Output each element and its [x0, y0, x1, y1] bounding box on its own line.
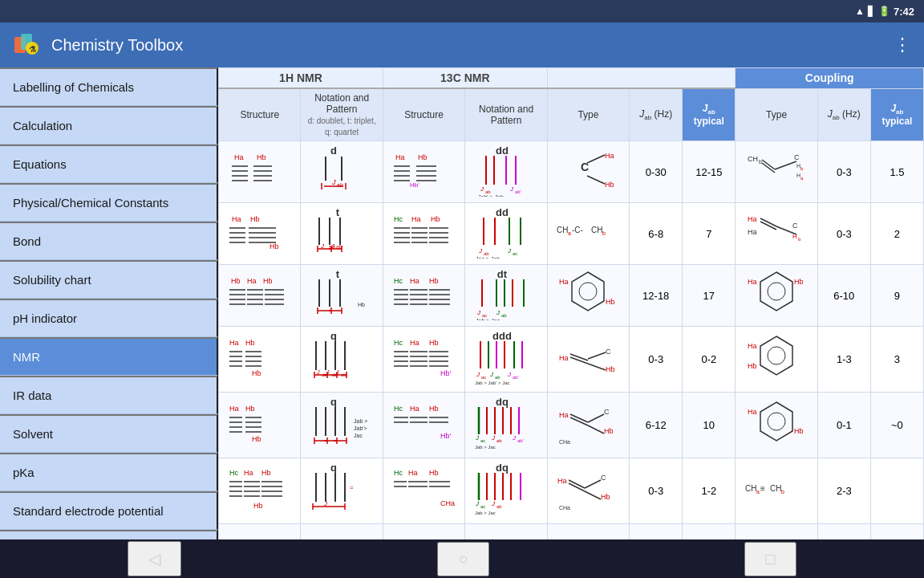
svg-text:d: d	[330, 144, 337, 157]
cell-13c-notation-7: —	[465, 524, 547, 540]
svg-text:ab: ab	[496, 438, 502, 443]
cell-coup-typical-7: 5	[870, 524, 923, 540]
svg-text:Hb: Hb	[250, 215, 260, 223]
svg-text:Ha: Ha	[244, 469, 253, 477]
svg-text:q: q	[330, 396, 337, 408]
cell-coup-jab-6: 2-3	[817, 458, 870, 524]
cell-type-4: Ha C Hb	[547, 327, 629, 393]
svg-text:J: J	[478, 247, 483, 254]
cell-13c-struct-5: Hc Ha Hb Hb'	[383, 393, 464, 458]
svg-line-241	[588, 352, 606, 359]
sidebar-item-electrode[interactable]: Standard electrode potential	[0, 491, 218, 530]
sidebar-item-labelling[interactable]: Labelling of Chemicals	[0, 67, 218, 106]
cell-type-5: Ha C Hb CHa	[547, 393, 629, 458]
svg-marker-175	[760, 272, 792, 311]
sidebar-item-equations[interactable]: Equations	[0, 144, 218, 183]
svg-text:ab: ab	[341, 372, 346, 377]
svg-text:J: J	[507, 247, 512, 254]
sidebar-item-ph[interactable]: pH indicator	[0, 299, 218, 337]
sidebar-item-calculation[interactable]: Calculation	[0, 106, 218, 144]
svg-text:Hb: Hb	[429, 277, 439, 285]
recents-button[interactable]: □	[744, 542, 796, 576]
cell-jab-2: 6-8	[630, 203, 683, 265]
cell-1h-notation-7: —	[301, 524, 383, 540]
cell-coup-jab-3: 6-10	[817, 265, 870, 327]
cell-13c-struct-6: Hc Ha Hb CHa	[383, 458, 464, 524]
cell-jab-3: 12-18	[630, 265, 683, 327]
sidebar-item-physical-constants[interactable]: Physical/Chemical Constants	[0, 183, 218, 222]
svg-text:t: t	[336, 268, 340, 280]
back-button[interactable]: ◁	[128, 541, 181, 576]
svg-text:Jab > Jac: Jab > Jac	[475, 445, 496, 450]
svg-text:Ha: Ha	[234, 153, 244, 161]
sidebar-item-nmr[interactable]: NMR	[0, 337, 218, 376]
svg-text:Hb: Hb	[263, 277, 273, 285]
cell-coup-jab-4: 1-3	[817, 327, 870, 393]
sidebar-item-ir[interactable]: IR data	[0, 376, 218, 414]
svg-text:C: C	[604, 408, 610, 416]
cell-13c-notation-1: dd Jab Jab' Jab' > Jab	[465, 141, 547, 203]
svg-text:J: J	[491, 500, 496, 507]
sidebar-item-bond[interactable]: Bond	[0, 222, 218, 260]
app-title: Chemistry Toolbox	[51, 36, 183, 55]
svg-text:Hc: Hc	[394, 469, 403, 477]
home-button[interactable]: ○	[437, 542, 488, 576]
svg-text:Hc: Hc	[229, 469, 238, 477]
svg-text:Ha: Ha	[559, 411, 569, 419]
cell-1h-notation-2: t J ab J ab	[301, 203, 383, 265]
subheader-13c-structure: Structure	[383, 88, 464, 141]
cell-coup-type-4: Ha Hb	[736, 327, 817, 393]
cell-1h-struct-6: Hc Ha Hb	[219, 458, 301, 524]
svg-text:J: J	[476, 371, 480, 378]
cell-13c-struct-1: Ha Hb Hb'	[383, 141, 464, 203]
svg-point-308	[768, 413, 785, 430]
header-1hnmr: 1H NMR	[219, 68, 383, 89]
cell-jab-6: 0-3	[630, 458, 683, 524]
svg-text:Ha: Ha	[408, 469, 418, 477]
status-bar: ▲ ▋ 🔋 7:42	[0, 0, 924, 22]
content-area[interactable]: 1H NMR 13C NMR Coupling Structure Notat	[218, 67, 924, 539]
cell-1h-struct-1: Ha Hb	[219, 141, 301, 203]
subheader-1h-structure: Structure	[219, 88, 301, 141]
main-layout: Labelling of Chemicals Calculation Equat…	[0, 67, 924, 539]
cell-jab-4: 0-3	[630, 327, 683, 393]
cell-jab-typical-5: 10	[683, 393, 736, 458]
svg-text:ddd: ddd	[492, 330, 512, 342]
svg-text:CHa: CHa	[559, 439, 570, 445]
svg-text:=: =	[350, 484, 354, 491]
svg-line-242	[588, 364, 606, 370]
wifi-icon: ▲	[855, 6, 865, 17]
cell-jab-typical-7	[683, 524, 736, 540]
cell-13c-notation-5: dq Jac Jab Jab' Jab > Jac	[465, 393, 547, 458]
svg-point-246	[768, 347, 785, 364]
cell-type-2: CHa -C- CHb	[547, 203, 629, 265]
subheader-jab1: Jab (Hz)	[630, 88, 683, 141]
signal-icon: ▋	[868, 6, 875, 17]
sidebar-item-buffer[interactable]: Buffer solutions	[0, 530, 218, 539]
svg-text:C: C	[601, 474, 606, 482]
svg-text:Hb: Hb	[245, 405, 255, 413]
cell-type-7: CHa -OHb	[547, 524, 629, 540]
svg-text:dd: dd	[496, 206, 509, 218]
svg-text:Hb: Hb	[231, 277, 241, 285]
svg-line-239	[570, 354, 588, 360]
svg-text:Jab >: Jab >	[354, 418, 367, 424]
svg-text:Ha: Ha	[395, 153, 405, 161]
sidebar-item-solvent[interactable]: Solvent	[0, 414, 218, 453]
svg-text:Ha: Ha	[557, 477, 567, 485]
svg-text:CHa: CHa	[559, 505, 570, 511]
svg-text:dq: dq	[496, 396, 509, 408]
svg-text:Ha: Ha	[411, 215, 421, 223]
svg-text:Ha: Ha	[748, 215, 757, 223]
svg-text:Hb: Hb	[748, 362, 757, 370]
svg-text:Ha: Ha	[748, 228, 757, 236]
overflow-menu-button[interactable]: ⋮	[894, 35, 911, 55]
sidebar-item-solubility[interactable]: Solubility chart	[0, 260, 218, 299]
svg-text:J: J	[507, 371, 512, 378]
sidebar-item-pka[interactable]: pKa	[0, 453, 218, 491]
svg-text:Jab > Jac: Jab > Jac	[476, 318, 500, 320]
svg-text:Hb: Hb	[429, 469, 439, 477]
svg-text:Hb': Hb'	[440, 369, 452, 377]
cell-jab-1: 0-30	[630, 141, 683, 203]
subheader-jab2: Jab (Hz)	[817, 88, 870, 141]
